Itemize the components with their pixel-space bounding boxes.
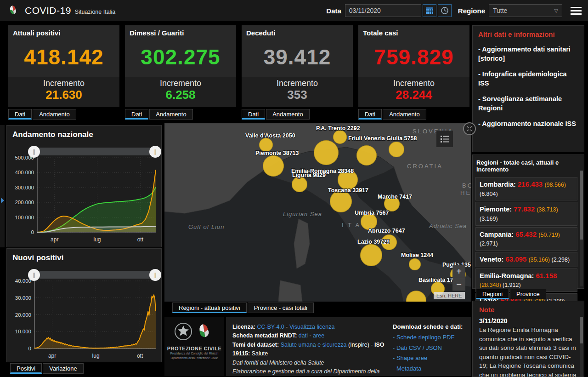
tab-dati[interactable]: Dati [8,109,32,120]
note-date: 3/11/2020 [473,316,584,326]
andamento-nazionale-panel: Andamento nazionale ∥ ∥ 0100.000200.0003… [6,125,162,247]
metadata-aree-link[interactable]: aree [313,332,324,339]
svg-text:10.000: 10.000 [15,329,31,334]
temi-link[interactable]: Salute umana e sicurezza [281,342,347,348]
regions-tab-1[interactable]: Regioni [476,289,509,299]
svg-text:0: 0 [28,346,31,351]
tab-dati[interactable]: Dati [125,109,148,120]
region-row[interactable]: Campania: 65.432 (50.719) (2.971) [475,227,577,251]
andamento-time-slider[interactable]: ∥ ∥ [34,146,156,158]
download-link[interactable]: - Shape aree [393,353,463,364]
separator: - [286,324,288,330]
info-link[interactable]: - Infografica epidemiologica ISS [478,70,578,88]
card-deceduti: Deceduti39.412Incremento353 [242,25,353,107]
region-bubble-label: Marche 7417 [378,194,412,200]
nuovi-time-slider[interactable]: ∥ ∥ [34,269,156,281]
legend-list-icon [440,135,449,143]
calendar-button[interactable] [423,4,436,17]
metadata-label: Scheda metadati RNDT: [232,332,297,339]
metadata-dati-link[interactable]: dati [299,332,308,339]
protezione-civile-logo-box: PROTEZIONE CIVILE Presidenza del Consigl… [164,317,224,376]
card-increment: Incremento353 [242,77,353,107]
map-tab-2[interactable]: Province - casi totali [248,303,314,313]
region-bubble[interactable] [314,140,339,165]
card-value: 418.142 [8,37,119,77]
increment-value: 28.244 [358,88,469,102]
map-zoom-controls: + − [452,265,465,291]
menu-button[interactable] [571,5,582,17]
date-input[interactable] [345,4,421,17]
download-link[interactable]: - Dati CSV / JSON [393,343,463,354]
region-bubble[interactable] [292,177,307,192]
expand-arrows-icon [466,126,473,132]
region-bubble[interactable] [333,130,347,144]
nuovi-tab-1[interactable]: Positivi [10,363,42,374]
tab-andamento[interactable]: Andamento [33,109,76,120]
info-link[interactable]: - Sorveglianza settimanale Regioni [478,95,578,113]
tab-dati[interactable]: Dati [242,109,265,120]
andamento-nazionale-chart: 0100.000200.000300.000400.000500.000aprl… [9,152,160,244]
region-row[interactable]: Lombardia: 216.433 (98.566) (6.804) [475,177,577,200]
slider-track[interactable] [36,271,153,279]
info-link[interactable]: - Aggiornamento dati sanitari [storico] [478,45,578,63]
increment-value: 353 [242,88,353,102]
license-link[interactable]: CC-BY-4.0 [257,324,284,330]
regions-panel: Regioni - totale casi, attuali e increme… [472,154,584,289]
note-text: La Regione Emilia Romagna comunica che i… [473,326,584,377]
region-current: (28.348) [480,282,503,288]
card-increment: Incremento21.630 [8,77,119,107]
region-increment: (6.804) [480,191,498,197]
tab-andamento[interactable]: Andamento [383,109,426,120]
tab-dati[interactable]: Dati [358,109,382,120]
region-current: (98.566) [544,182,566,188]
region-bubble-label: Lazio 39729 [357,239,390,245]
view-license-link[interactable]: Visualizza licenza [289,324,334,330]
region-bubble[interactable] [356,145,377,166]
regions-tab-2[interactable]: Province [510,289,546,299]
region-name: Piemonte: [480,206,514,213]
slider-handle-right[interactable]: ∥ [149,269,161,281]
region-bubble[interactable] [389,142,404,157]
region-current: (35.166) [528,257,551,263]
region-bubble[interactable] [409,258,421,270]
region-bubble[interactable] [360,244,382,266]
slider-handle-right[interactable]: ∥ [149,146,161,158]
map-tab-1[interactable]: Regioni - attuali positivi [172,303,247,313]
download-link[interactable]: - Schede riepilogo PDF [393,332,463,343]
zoom-out-button[interactable]: − [452,278,465,291]
region-row[interactable]: Piemonte: 77.832 (38.713) (3.169) [475,202,577,225]
geo-label: Ligurian Sea [283,211,322,217]
region-bubble[interactable] [263,155,284,177]
nuovi-tab-2[interactable]: Variazione [43,363,83,374]
map-fullscreen-button[interactable] [463,122,476,135]
region-bubble-label: Molise 1244 [401,252,433,258]
date-label: Data [326,7,341,15]
region-select[interactable]: Tutte ▽ [489,4,562,17]
region-bubble[interactable] [330,190,352,212]
region-row[interactable]: Veneto: 63.095 (35.166) (2.298) [475,252,577,267]
increment-value: 21.630 [8,88,119,102]
slider-handle-left[interactable]: ∥ [28,146,40,158]
map-legend-button[interactable] [436,131,453,147]
info-link[interactable]: - Aggiornamento nazionale ISS [478,120,578,129]
temi-inspire: (Inspire) [348,342,369,348]
dashboard: COVID-19 Situazione Italia Data Regione … [0,0,588,377]
logo-subtitle-1: Presidenza del Consiglio dei Ministri [164,351,224,356]
slider-track[interactable] [36,148,153,155]
download-link[interactable]: - Metadata [393,364,463,374]
svg-text:ott: ott [137,236,144,243]
svg-text:20.000: 20.000 [15,312,31,318]
time-button[interactable] [438,4,452,17]
regions-scrollbar[interactable] [580,171,583,286]
nuovi-positivi-panel: Nuovi positivi ∥ ∥ 010.00020.00030.00040… [6,248,162,362]
slider-handle-left[interactable]: ∥ [28,269,40,281]
tab-andamento[interactable]: Andamento [149,109,193,120]
region-bubble-label: Valle d'Aosta 2050 [245,132,295,139]
increment-label: Incremento [242,79,353,88]
note-scrollbar[interactable] [580,317,583,377]
italy-map[interactable]: Gulf of LionLigurian SeaAdriatic SeaSLOV… [164,123,471,302]
region-total: 63.095 [505,255,528,263]
expand-panel-arrow-icon[interactable] [1,198,4,203]
zoom-in-button[interactable]: + [452,265,465,278]
tab-andamento[interactable]: Andamento [266,109,310,120]
